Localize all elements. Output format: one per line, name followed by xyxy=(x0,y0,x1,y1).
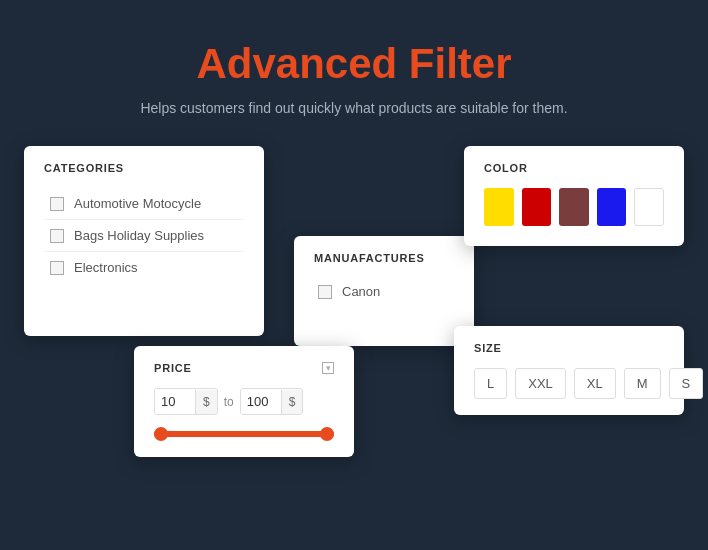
color-card: COLOR xyxy=(464,146,684,246)
color-swatch-brown[interactable] xyxy=(559,188,589,226)
page-title: Advanced Filter xyxy=(196,40,511,88)
price-max-group: $ xyxy=(240,388,304,415)
price-title: PRICE xyxy=(154,362,192,374)
price-slider-handle-min[interactable] xyxy=(154,427,168,441)
price-inputs: $ to $ xyxy=(154,388,334,415)
list-item[interactable]: Canon xyxy=(314,278,454,305)
page-header: Advanced Filter xyxy=(196,0,511,88)
price-slider-fill xyxy=(154,431,334,437)
checkbox-electronics[interactable] xyxy=(50,261,64,275)
price-slider-handle-max[interactable] xyxy=(320,427,334,441)
size-buttons: L XXL XL M S xyxy=(474,368,664,399)
color-swatch-red[interactable] xyxy=(522,188,552,226)
price-min-currency: $ xyxy=(195,390,217,414)
price-min-input[interactable] xyxy=(155,389,195,414)
list-item[interactable]: Electronics xyxy=(44,252,244,283)
price-toggle-icon[interactable]: ▾ xyxy=(322,362,334,374)
manufactures-card: MANUAFACTURES Canon xyxy=(294,236,474,346)
category-label-automotive: Automotive Motocycle xyxy=(74,196,201,211)
size-title: SIZE xyxy=(474,342,664,354)
color-swatches xyxy=(484,188,664,226)
checkbox-canon[interactable] xyxy=(318,285,332,299)
filter-cards-area: CATEGORIES Automotive Motocycle Bags Hol… xyxy=(24,146,684,476)
color-swatch-yellow[interactable] xyxy=(484,188,514,226)
manufacturer-label-canon: Canon xyxy=(342,284,380,299)
category-label-electronics: Electronics xyxy=(74,260,138,275)
size-card: SIZE L XXL XL M S xyxy=(454,326,684,415)
price-min-group: $ xyxy=(154,388,218,415)
page-subtitle: Helps customers find out quickly what pr… xyxy=(140,100,567,116)
price-max-currency: $ xyxy=(281,390,303,414)
categories-title: CATEGORIES xyxy=(44,162,244,174)
size-btn-m[interactable]: M xyxy=(624,368,661,399)
price-max-input[interactable] xyxy=(241,389,281,414)
size-btn-l[interactable]: L xyxy=(474,368,507,399)
price-header: PRICE ▾ xyxy=(154,362,334,374)
price-separator: to xyxy=(224,395,234,409)
price-card: PRICE ▾ $ to $ xyxy=(134,346,354,457)
color-swatch-white[interactable] xyxy=(634,188,664,226)
category-label-bags: Bags Holiday Supplies xyxy=(74,228,204,243)
categories-card: CATEGORIES Automotive Motocycle Bags Hol… xyxy=(24,146,264,336)
size-btn-xl[interactable]: XL xyxy=(574,368,616,399)
manufactures-title: MANUAFACTURES xyxy=(314,252,454,264)
checkbox-bags[interactable] xyxy=(50,229,64,243)
size-btn-s[interactable]: S xyxy=(669,368,704,399)
size-btn-xxl[interactable]: XXL xyxy=(515,368,566,399)
price-slider[interactable] xyxy=(154,431,334,437)
checkbox-automotive[interactable] xyxy=(50,197,64,211)
color-title: COLOR xyxy=(484,162,664,174)
color-swatch-blue[interactable] xyxy=(597,188,627,226)
list-item[interactable]: Automotive Motocycle xyxy=(44,188,244,220)
list-item[interactable]: Bags Holiday Supplies xyxy=(44,220,244,252)
